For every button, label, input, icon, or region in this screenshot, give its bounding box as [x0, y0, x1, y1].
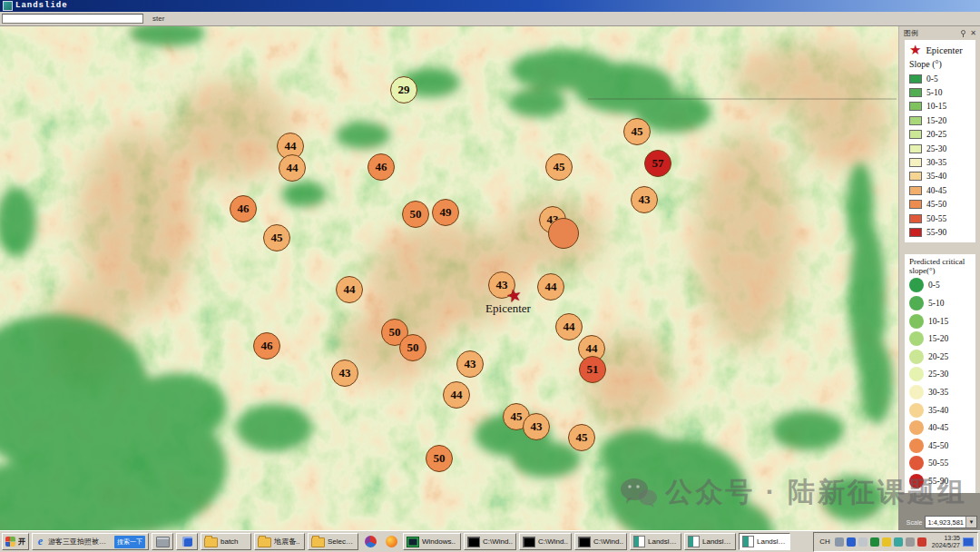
slope-marker: 44 — [279, 154, 306, 182]
legend-dock-body: 图例 ✕ ★ Epicenter Slope (°) 0-55-1010-151… — [898, 26, 980, 493]
legend-class-label: 15-20 — [926, 116, 946, 125]
scale-control: Scale 1:4,923,581 ▼ — [906, 516, 977, 528]
tray-icon-6[interactable] — [894, 537, 903, 547]
taskbar-item-windows-[interactable]: Windows.. — [403, 533, 461, 550]
legend-swatch — [909, 439, 924, 453]
legend-row: 40-45 — [909, 183, 974, 197]
flag-icon[interactable] — [963, 537, 974, 547]
knot-icon — [365, 536, 377, 547]
slope-marker: 57 — [644, 150, 671, 177]
slope-legend-title: Slope (°) — [909, 59, 974, 69]
taskbar-item-游客三亚拍照被打耳[interactable]: e游客三亚拍照被打耳搜索一下 — [32, 533, 149, 550]
legend-swatch — [909, 200, 922, 209]
legend-swatch — [909, 385, 924, 399]
taskbar-item-knot[interactable] — [361, 533, 379, 550]
slope-legend: ★ Epicenter Slope (°) 0-55-1010-1515-202… — [905, 40, 975, 242]
legend-row: 45-50 — [909, 437, 974, 455]
title-bar[interactable]: Landslide — [0, 0, 980, 12]
critical-slope-legend-title: Predicted critical slope(°) — [909, 257, 974, 275]
folder-icon — [258, 537, 271, 547]
taskbar-item-batch[interactable]: batch — [201, 533, 251, 550]
legend-class-label: 35-40 — [926, 172, 946, 181]
legend-class-label: 10-15 — [928, 317, 948, 326]
legend-row: 25-30 — [909, 142, 974, 155]
taskbar-item-c-wind-[interactable]: C:\Wind.. — [574, 533, 627, 550]
legend-panel-header[interactable]: 图例 ✕ — [899, 26, 980, 39]
slope-marker: 43 — [331, 360, 358, 387]
legend-class-label: 40-45 — [926, 186, 946, 195]
task-label: Select_GM — [328, 537, 355, 546]
taskbar-item-c-wind-[interactable]: C:\Wind.. — [519, 533, 572, 550]
console-icon — [467, 537, 480, 547]
toolbar: ster — [0, 12, 980, 26]
slope-marker: 50 — [402, 201, 429, 228]
legend-swatch — [909, 116, 922, 125]
taskbar-item-c-wind-[interactable]: C:\Wind.. — [464, 533, 516, 550]
slope-marker: 45 — [568, 424, 595, 451]
legend-row: 40-45 — [909, 419, 974, 437]
legend-class-label: 40-45 — [928, 423, 948, 432]
legend-row: 15-20 — [909, 113, 974, 127]
legend-swatch — [909, 228, 922, 237]
legend-swatch — [909, 296, 924, 310]
legend-class-label: 50-55 — [928, 458, 948, 468]
taskbar-item-地震备-[interactable]: 地震备.. — [254, 533, 305, 550]
legend-class-label: 0-5 — [926, 74, 938, 84]
map-canvas[interactable]: 2944444646455049454557434343444444445150… — [0, 26, 898, 531]
taskbar-item-printer[interactable] — [152, 533, 173, 550]
taskbar-item-select-gm[interactable]: Select_GM — [308, 533, 358, 550]
legend-row: 50-55 — [909, 455, 974, 473]
slope-marker: 43 — [456, 350, 484, 378]
clock[interactable]: 13:35 2024/5/27 — [932, 535, 960, 549]
tray-icon-7[interactable] — [906, 537, 915, 547]
tray-icon-5[interactable] — [882, 537, 891, 547]
legend-row: 10-15 — [909, 312, 974, 330]
toolbar-input[interactable] — [2, 14, 143, 24]
legend-class-label: 25-30 — [928, 370, 948, 379]
search-badge[interactable]: 搜索一下 — [114, 536, 145, 548]
legend-swatch — [909, 158, 922, 167]
slope-marker: 44 — [336, 276, 363, 303]
legend-swatch — [909, 403, 924, 418]
legend-swatch — [909, 172, 922, 181]
taskbar-item-firefox[interactable] — [382, 533, 400, 550]
taskbar-item-landslide[interactable]: Landslide — [739, 533, 790, 550]
slope-marker: 45 — [263, 224, 290, 251]
chevron-down-icon[interactable]: ▼ — [965, 517, 976, 527]
legend-row: 50-55 — [909, 212, 974, 225]
language-indicator[interactable]: CH — [818, 537, 832, 547]
clock-time: 13:35 — [944, 535, 960, 542]
taskbar-item-landslide[interactable]: Landslide — [630, 533, 681, 550]
taskbar: 开始e游客三亚拍照被打耳搜索一下batch地震备..Select_GMWindo… — [0, 530, 980, 552]
taskbar-item-bluedoc[interactable] — [176, 533, 198, 550]
close-icon[interactable]: ✕ — [970, 30, 976, 37]
legend-swatch — [909, 88, 922, 97]
legend-swatch — [909, 420, 924, 435]
taskbar-item-开始[interactable]: 开始 — [2, 533, 29, 550]
tray-icon-2[interactable] — [847, 537, 856, 547]
legend-row: 15-20 — [909, 330, 974, 348]
tray-icon-4[interactable] — [870, 537, 879, 547]
legend-swatch — [909, 367, 924, 381]
legend-swatch — [909, 278, 924, 292]
legend-swatch — [909, 350, 924, 364]
legend-class-label: 55-90 — [928, 477, 948, 486]
slope-marker: 46 — [368, 153, 395, 181]
legend-row: 0-5 — [909, 277, 974, 295]
task-label: C:\Wind.. — [593, 537, 623, 546]
taskbar-item-landslide[interactable]: Landslide — [684, 533, 736, 550]
legend-class-label: 30-35 — [926, 158, 946, 167]
legend-class-label: 5-10 — [926, 88, 942, 97]
legend-swatch — [909, 474, 924, 488]
bluedoc-icon — [182, 537, 192, 547]
pin-icon[interactable] — [960, 30, 966, 37]
tray-icon-8[interactable] — [917, 537, 926, 547]
tray-icon-1[interactable] — [835, 537, 844, 547]
legend-class-label: 20-25 — [926, 130, 946, 139]
scale-dropdown[interactable]: 1:4,923,581 ▼ — [925, 516, 977, 528]
slope-marker: 43 — [631, 186, 658, 213]
tray-icon-3[interactable] — [858, 537, 867, 547]
legend-swatch — [909, 331, 924, 346]
task-label: Landslide — [648, 537, 678, 546]
legend-swatch — [909, 456, 924, 470]
